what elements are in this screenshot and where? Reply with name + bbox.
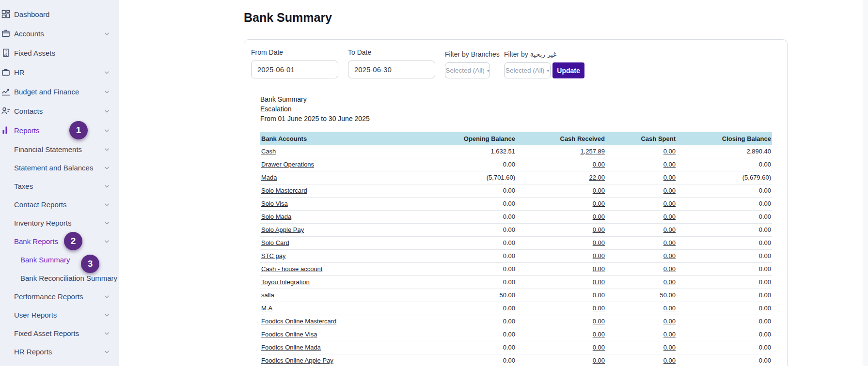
step-badge-3: 3: [81, 255, 99, 273]
from-date-input[interactable]: [251, 61, 338, 78]
scrollbar-track[interactable]: [863, 0, 868, 366]
cash-received-link[interactable]: 0.00: [593, 331, 605, 338]
cash-spent-link[interactable]: 0.00: [663, 161, 676, 168]
bank-account-link[interactable]: Mada: [261, 174, 277, 181]
cash-spent-link[interactable]: 0.00: [663, 265, 676, 273]
sidebar-item-hr[interactable]: HR: [0, 62, 119, 82]
cash-received-link[interactable]: 0.00: [593, 318, 605, 325]
bank-account-link[interactable]: Solo Apple Pay: [261, 226, 304, 233]
cash-received-link[interactable]: 0.00: [593, 291, 605, 299]
bank-account-link[interactable]: salla: [261, 291, 274, 299]
bank-account-link[interactable]: M.A: [261, 305, 272, 312]
cash-spent-link[interactable]: 0.00: [663, 200, 676, 207]
cash-received-link[interactable]: 0.00: [593, 252, 605, 259]
bank-account-link[interactable]: Cash: [261, 148, 276, 155]
to-date-label: To Date: [348, 48, 435, 56]
sidebar-item-user-reports[interactable]: User Reports: [0, 305, 119, 324]
cash-spent-link[interactable]: 0.00: [663, 318, 676, 325]
cash-spent-link[interactable]: 0.00: [663, 187, 676, 194]
cash-spent-link[interactable]: 0.00: [663, 239, 676, 246]
bank-account-link[interactable]: Foodics Online Apple Pay: [261, 357, 333, 364]
bank-account-link[interactable]: Solo Card: [261, 239, 289, 246]
tag-dropdown[interactable]: Selected (All) ▾: [504, 62, 551, 78]
sidebar-item-budget-and-finance[interactable]: Budget and Finance: [0, 82, 119, 101]
cash-spent-link[interactable]: 50.00: [660, 291, 676, 299]
cash-received-link[interactable]: 0.00: [593, 239, 605, 246]
cash-spent-link[interactable]: 0.00: [663, 278, 676, 286]
sidebar-item-statement-and-balances[interactable]: Statement and Balances: [0, 158, 119, 177]
filters-bar: From Date To Date Filter by Branches Sel…: [251, 48, 584, 78]
table-header-row: Bank Accounts Opening Balance Cash Recei…: [260, 132, 772, 145]
update-button[interactable]: Update: [552, 62, 584, 78]
dashboard-icon: [1, 9, 12, 19]
bank-account-link[interactable]: Solo Visa: [261, 200, 288, 207]
sidebar-item-accounts[interactable]: Accounts: [0, 24, 119, 43]
chevron-down-icon: [103, 30, 110, 37]
opening-balance-cell: 0.00: [405, 275, 516, 289]
bank-account-link[interactable]: Solo Mastercard: [261, 187, 307, 194]
table-row: Foodics Online Apple Pay 0.00 0.00 0.00 …: [260, 354, 772, 366]
bank-account-link[interactable]: Drawer Operations: [261, 161, 314, 168]
cash-received-link[interactable]: 0.00: [593, 226, 605, 233]
report-card: From Date To Date Filter by Branches Sel…: [244, 39, 788, 366]
chevron-down-icon: [103, 107, 110, 115]
sidebar-item-financial-statements[interactable]: Financial Statements: [0, 140, 119, 158]
bank-account-link[interactable]: Foodics Online Mada: [261, 344, 321, 351]
closing-balance-cell: 0.00: [677, 275, 772, 289]
page-title: Bank Summary: [244, 11, 332, 25]
table-row: Toyou Integration 0.00 0.00 0.00 0.00: [260, 275, 772, 289]
cash-spent-link[interactable]: 0.00: [663, 226, 676, 233]
to-date-input[interactable]: [348, 61, 435, 78]
sidebar-item-performance-reports[interactable]: Performance Reports: [0, 287, 119, 305]
sidebar-item-reports[interactable]: Reports 1: [0, 121, 119, 140]
cash-received-link[interactable]: 0.00: [593, 357, 605, 364]
sidebar-item-fixed-asset-reports[interactable]: Fixed Asset Reports: [0, 324, 119, 342]
bank-account-link[interactable]: Solo Mada: [261, 213, 291, 220]
cash-received-link[interactable]: 0.00: [593, 344, 605, 351]
cash-received-link[interactable]: 0.00: [593, 265, 605, 273]
sidebar-item-inventory-reports[interactable]: Inventory Reports: [0, 214, 119, 232]
table-row: Solo Card 0.00 0.00 0.00 0.00: [260, 236, 772, 249]
sidebar-item-bank-reconciliation-summary[interactable]: Bank Reconciliation Summary: [0, 269, 119, 287]
bank-account-link[interactable]: STC pay: [261, 252, 286, 259]
cash-spent-link[interactable]: 0.00: [663, 305, 676, 312]
budget-finance-icon: [1, 87, 12, 96]
chevron-down-icon: [103, 146, 110, 153]
cash-spent-link[interactable]: 0.00: [663, 252, 676, 259]
chevron-down-icon: [103, 293, 110, 300]
table-row: Foodics Online Mastercard 0.00 0.00 0.00…: [260, 315, 772, 328]
sidebar-item-taxes[interactable]: Taxes: [0, 177, 119, 195]
cash-received-link[interactable]: 0.00: [593, 278, 605, 286]
contacts-icon: [1, 106, 12, 116]
cash-received-link[interactable]: 0.00: [593, 200, 605, 207]
opening-balance-cell: 0.00: [405, 184, 516, 197]
cash-received-link[interactable]: 1,257.89: [580, 148, 605, 155]
cash-spent-link[interactable]: 0.00: [663, 357, 676, 364]
cash-received-link[interactable]: 0.00: [593, 213, 605, 220]
cash-received-link[interactable]: 0.00: [593, 187, 605, 194]
bank-account-link[interactable]: Foodics Online Mastercard: [261, 318, 336, 325]
bank-account-link[interactable]: Foodics Online Visa: [261, 331, 317, 338]
cash-spent-link[interactable]: 0.00: [663, 331, 676, 338]
sidebar-item-bank-reports[interactable]: Bank Reports 2: [0, 232, 119, 250]
sidebar-item-hr-reports[interactable]: HR Reports: [0, 342, 119, 361]
table-row: Drawer Operations 0.00 0.00 0.00 0.00: [260, 158, 772, 171]
bank-account-link[interactable]: Cash - house account: [261, 265, 322, 273]
cash-received-link[interactable]: 22.00: [589, 174, 605, 181]
bank-summary-table: Bank Accounts Opening Balance Cash Recei…: [260, 132, 772, 366]
cash-received-link[interactable]: 0.00: [593, 305, 605, 312]
caret-down-icon: ▾: [547, 68, 549, 73]
sidebar-item-fixed-assets[interactable]: Fixed Assets: [0, 43, 119, 62]
cash-spent-link[interactable]: 0.00: [663, 148, 676, 155]
cash-received-link[interactable]: 0.00: [593, 161, 605, 168]
cash-spent-link[interactable]: 0.00: [663, 344, 676, 351]
cash-spent-link[interactable]: 0.00: [663, 213, 676, 220]
closing-balance-cell: 0.00: [677, 249, 772, 262]
bank-account-link[interactable]: Toyou Integration: [261, 278, 310, 286]
sidebar-item-contacts[interactable]: Contacts: [0, 101, 119, 121]
sidebar-item-contact-reports[interactable]: Contact Reports: [0, 195, 119, 214]
sidebar-item-bank-summary[interactable]: Bank Summary 3: [0, 250, 119, 269]
branches-dropdown[interactable]: Selected (All) ▾: [445, 62, 490, 78]
sidebar-item-dashboard[interactable]: Dashboard: [0, 4, 119, 24]
cash-spent-link[interactable]: 0.00: [663, 174, 676, 181]
